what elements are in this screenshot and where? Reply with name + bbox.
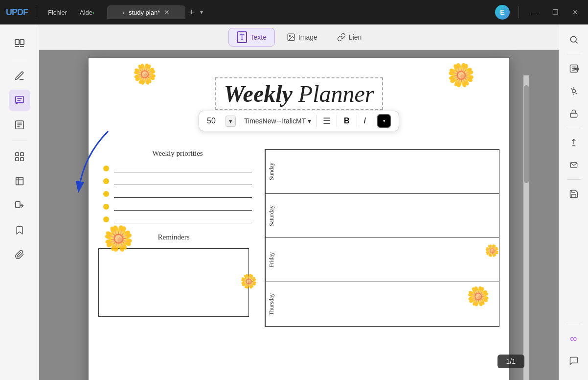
italic-button[interactable]: I — [361, 116, 369, 126]
priority-item-4 — [103, 203, 252, 211]
day-content-sunday[interactable] — [278, 150, 499, 193]
document-page: 🌼 🌼 🌼 🌼 🌼 🌼 Weekly Planner 50 — [89, 58, 509, 380]
text-tool-button[interactable]: T Texte — [228, 28, 275, 47]
color-picker-button[interactable]: ▾ — [377, 114, 391, 128]
fmt-divider2 — [317, 115, 317, 127]
sidebar-form[interactable] — [9, 114, 30, 136]
planner-grid: Weekly priorities — [98, 149, 499, 327]
link-tool-button[interactable]: Lien — [329, 30, 369, 45]
sidebar-edit[interactable] — [9, 65, 30, 87]
day-row-sunday: Sunday — [265, 150, 499, 194]
document-canvas[interactable]: 🌼 🌼 🌼 🌼 🌼 🌼 Weekly Planner 50 — [39, 50, 559, 380]
right-ocr-button[interactable]: OCR — [565, 59, 583, 78]
menu-fichier[interactable]: Fichier — [44, 7, 71, 18]
weekly-planner-title[interactable]: Weekly Planner — [215, 77, 383, 110]
title-divider1 — [36, 6, 36, 18]
menu-aide[interactable]: Aide• — [76, 7, 98, 18]
left-sidebar — [0, 24, 39, 380]
sidebar-organize[interactable] — [9, 146, 30, 167]
fmt-divider4 — [357, 115, 357, 127]
svg-rect-13 — [20, 153, 23, 156]
right-divider1 — [567, 54, 581, 54]
fmt-divider1 — [240, 115, 240, 127]
scrollbar-thumb[interactable] — [524, 85, 529, 183]
day-label-sunday: Sunday — [265, 150, 278, 193]
svg-point-31 — [572, 90, 575, 93]
svg-rect-0 — [15, 40, 19, 45]
page-counter: 1/1 — [498, 355, 524, 368]
right-bottom-actions: ∞ — [565, 323, 583, 374]
scrollbar-track[interactable] — [523, 75, 529, 380]
right-save-button[interactable] — [565, 185, 583, 203]
day-content-thursday[interactable] — [278, 282, 499, 326]
reminders-title: Reminders — [98, 233, 249, 241]
sidebar-divider1 — [12, 60, 27, 60]
svg-rect-15 — [20, 158, 23, 161]
link-tool-label: Lien — [349, 33, 362, 41]
infinity-button[interactable]: ∞ — [565, 329, 583, 348]
priority-list — [98, 165, 257, 223]
priority-item-3 — [103, 190, 252, 198]
title-wrapper[interactable]: Weekly Planner — [98, 77, 499, 110]
reminders-box[interactable] — [98, 248, 249, 317]
bold-button[interactable]: B — [341, 116, 353, 126]
text-tool-icon: T — [237, 31, 248, 43]
planner-content: 🌼 🌼 🌼 🌼 🌼 🌼 Weekly Planner 50 — [89, 58, 509, 336]
close-button[interactable]: ✕ — [568, 6, 582, 18]
right-share-button[interactable] — [565, 133, 583, 152]
link-tool-icon — [337, 33, 346, 42]
priority-line-5 — [114, 215, 252, 223]
sidebar-annotate[interactable] — [9, 90, 30, 111]
right-chat-button[interactable] — [565, 352, 583, 370]
maximize-button[interactable]: ❐ — [548, 6, 563, 18]
sidebar-convert[interactable] — [9, 195, 30, 216]
font-name-selector[interactable]: TimesNew···ItalicMT ▾ — [244, 117, 313, 125]
svg-point-24 — [570, 36, 576, 42]
right-search-button[interactable] — [565, 30, 583, 49]
right-divider2 — [567, 128, 581, 128]
day-content-saturday[interactable] — [278, 194, 499, 238]
sidebar-attach[interactable] — [9, 244, 30, 265]
sidebar-crop[interactable] — [9, 170, 30, 192]
sidebar-reader[interactable] — [9, 33, 30, 55]
priority-dot-2 — [103, 178, 109, 184]
font-size-dropdown[interactable]: ▾ — [226, 116, 236, 127]
sidebar-divider2 — [12, 141, 27, 141]
left-section: Weekly priorities — [98, 149, 265, 327]
minimize-button[interactable]: — — [528, 6, 543, 18]
tab-chevron-icon[interactable]: ▾ — [200, 9, 203, 16]
updf-logo: UPDF — [6, 7, 28, 18]
tab-study-plan[interactable]: ▾ study plan* ✕ — [107, 5, 185, 19]
avatar[interactable]: E — [495, 5, 510, 20]
sidebar-bookmark[interactable] — [9, 219, 30, 241]
day-label-saturday: Saturday — [265, 194, 278, 238]
day-content-friday[interactable] — [278, 238, 499, 282]
svg-rect-12 — [15, 153, 18, 156]
image-tool-button[interactable]: Image — [279, 30, 325, 45]
tab-bar: ▾ study plan* ✕ + ▾ — [107, 5, 490, 19]
text-align-button[interactable]: ☰ — [321, 115, 333, 127]
priority-dot-3 — [103, 191, 109, 197]
svg-rect-14 — [15, 158, 18, 161]
day-label-thursday: Thursday — [265, 282, 278, 326]
font-name-label: TimesNew···ItalicMT — [244, 117, 306, 125]
right-convert-button[interactable] — [565, 82, 583, 100]
right-email-button[interactable] — [565, 156, 583, 174]
days-grid: Sunday Saturday Friday — [265, 149, 499, 327]
day-label-friday: Friday — [265, 238, 278, 282]
tab-label: study plan* — [129, 9, 160, 16]
right-sidebar: OCR — [559, 24, 588, 380]
priority-dot-1 — [103, 166, 109, 171]
tab-close-icon[interactable]: ✕ — [164, 8, 170, 16]
title-divider2 — [519, 6, 519, 18]
tab-add-button[interactable]: + — [189, 7, 195, 18]
content-area: T Texte Image Lien — [39, 24, 559, 380]
font-size-value: 50 — [207, 117, 222, 125]
format-toolbar: 50 ▾ TimesNew···ItalicMT ▾ ☰ B — [199, 111, 399, 131]
title-bold-part: Weekly — [224, 81, 292, 107]
right-divider4 — [567, 324, 581, 324]
right-lock-button[interactable] — [565, 104, 583, 123]
day-row-saturday: Saturday — [265, 194, 499, 238]
tab-dropdown-icon[interactable]: ▾ — [122, 10, 125, 15]
svg-text:OCR: OCR — [574, 68, 579, 71]
